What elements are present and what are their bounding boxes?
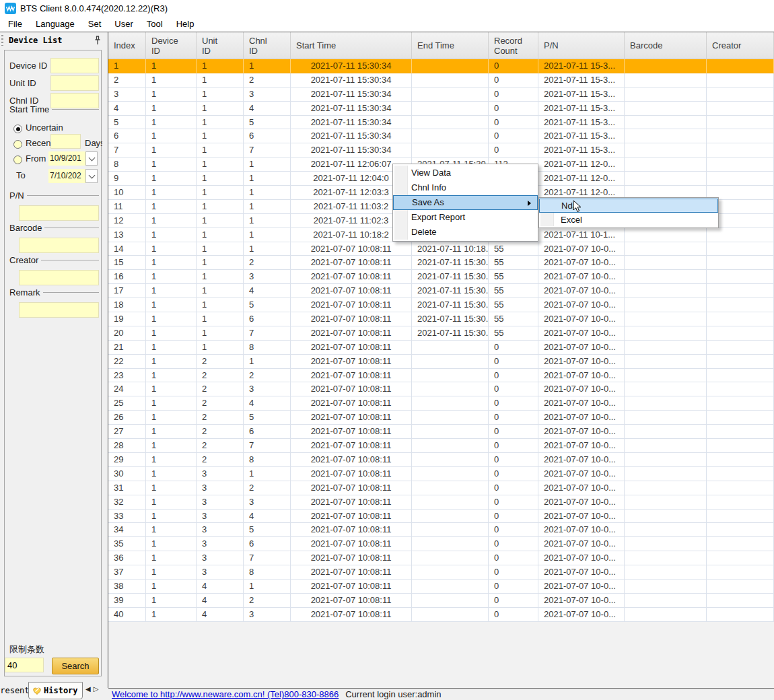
context-menu-item-chnl-info[interactable]: Chnl Info (393, 180, 538, 195)
cell-unit-id: 1 (197, 284, 244, 298)
menu-tool[interactable]: Tool (140, 17, 170, 32)
welcome-link[interactable]: Welcome to http://www.neware.com.cn! (Te… (112, 689, 339, 699)
tab-history[interactable]: History (28, 682, 83, 699)
panel-header: Device List (0, 32, 108, 48)
cell-creator (707, 298, 774, 312)
table-row[interactable]: 201172021-07-07 10:08:112021-07-11 15:30… (108, 326, 774, 341)
table-row[interactable]: 331342021-07-07 10:08:1102021-07-07 10-0… (108, 510, 774, 524)
table-row[interactable]: 21122021-07-11 15:30:3402021-07-11 15-3.… (108, 73, 774, 88)
table-row[interactable]: 361372021-07-07 10:08:1102021-07-07 10-0… (108, 551, 774, 565)
table-body: 11112021-07-11 15:30:3402021-07-11 15-3.… (108, 59, 774, 622)
column-header-p-n[interactable]: P/N (538, 32, 625, 59)
table-row[interactable]: 321332021-07-07 10:08:1102021-07-07 10-0… (108, 495, 774, 510)
limit-input[interactable] (5, 658, 44, 672)
table-row[interactable]: 61162021-07-11 15:30:3402021-07-11 15-3.… (108, 129, 774, 143)
pin-icon[interactable] (94, 36, 101, 45)
to-date-combo[interactable]: 7/10/202 (48, 169, 98, 183)
remark-input[interactable] (19, 302, 99, 318)
table-row[interactable]: 291282021-07-07 10:08:1102021-07-07 10-0… (108, 453, 774, 467)
table-row[interactable]: 51152021-07-11 15:30:3402021-07-11 15-3.… (108, 116, 774, 130)
table-row[interactable]: 31132021-07-11 15:30:3402021-07-11 15-3.… (108, 88, 774, 102)
tab-scroll-right-icon[interactable]: ▷ (94, 685, 102, 693)
table-row[interactable]: 191162021-07-07 10:08:112021-07-11 15:30… (108, 312, 774, 326)
column-header-device-id[interactable]: Device ID (146, 32, 197, 59)
column-header-record-count[interactable]: Record Count (489, 32, 538, 59)
column-header-chnl-id[interactable]: Chnl ID (244, 32, 291, 59)
recent-days-input[interactable] (50, 134, 81, 149)
grip-icon[interactable] (1, 35, 3, 46)
cell-barcode (625, 116, 707, 130)
cell-index: 34 (108, 523, 146, 537)
table-row[interactable]: 381412021-07-07 10:08:1102021-07-07 10-0… (108, 580, 774, 594)
cell-unit-id: 1 (197, 88, 244, 102)
submenu-item-excel[interactable]: Excel (539, 213, 718, 227)
column-header-unit-id[interactable]: Unit ID (197, 32, 244, 59)
chevron-down-icon[interactable] (85, 151, 98, 166)
start-time-label: Start Time (9, 104, 49, 114)
submenu-item-nda[interactable]: Nda (539, 199, 718, 213)
table-row[interactable]: 251242021-07-07 10:08:1102021-07-07 10-0… (108, 396, 774, 411)
column-header-start-time[interactable]: Start Time (291, 32, 412, 59)
table-row[interactable]: 141112021-07-07 10:08:112021-07-11 10:18… (108, 242, 774, 256)
column-header-creator[interactable]: Creator (707, 32, 774, 59)
uncertain-radio[interactable] (13, 125, 22, 133)
table-row[interactable]: 71172021-07-11 15:30:3402021-07-11 15-3.… (108, 143, 774, 158)
menu-file[interactable]: File (1, 17, 29, 32)
table-row[interactable]: 161132021-07-07 10:08:112021-07-11 15:30… (108, 270, 774, 284)
context-menu-item-save-as[interactable]: Save As (393, 195, 538, 210)
unit-id-input[interactable] (50, 75, 99, 91)
table-row[interactable]: 211182021-07-07 10:08:1102021-07-07 10-0… (108, 341, 774, 355)
recent-radio[interactable] (13, 140, 22, 149)
splitter[interactable] (108, 32, 108, 688)
menu-language[interactable]: Language (29, 17, 81, 32)
table-row[interactable]: 341352021-07-07 10:08:1102021-07-07 10-0… (108, 523, 774, 537)
table-row[interactable]: 281272021-07-07 10:08:1102021-07-07 10-0… (108, 439, 774, 453)
search-button[interactable]: Search (52, 658, 99, 674)
cell-creator (707, 172, 774, 186)
cell-device-id: 1 (146, 102, 197, 116)
from-radio[interactable] (13, 155, 22, 164)
table-row[interactable]: 301312021-07-07 10:08:1102021-07-07 10-0… (108, 467, 774, 481)
creator-input[interactable] (19, 270, 99, 285)
table-row[interactable]: 231222021-07-07 10:08:1102021-07-07 10-0… (108, 369, 774, 383)
table-row[interactable]: 371382021-07-07 10:08:1102021-07-07 10-0… (108, 565, 774, 580)
table-row[interactable]: 351362021-07-07 10:08:1102021-07-07 10-0… (108, 537, 774, 551)
cell-unit-id: 2 (197, 355, 244, 369)
pn-input[interactable] (19, 205, 99, 221)
table-row[interactable]: 271262021-07-07 10:08:1102021-07-07 10-0… (108, 425, 774, 439)
table-row[interactable]: 261252021-07-07 10:08:1102021-07-07 10-0… (108, 411, 774, 425)
table-row[interactable]: 221212021-07-07 10:08:1102021-07-07 10-0… (108, 355, 774, 369)
context-menu-item-delete[interactable]: Delete (393, 225, 538, 240)
cell-p-n: 2021-07-07 10-0... (538, 341, 625, 355)
tab-present[interactable]: Present (0, 686, 30, 695)
barcode-input[interactable] (19, 238, 99, 253)
table-row[interactable]: 241232021-07-07 10:08:1102021-07-07 10-0… (108, 382, 774, 396)
cell-p-n: 2021-07-11 10-1... (538, 228, 625, 242)
menu-help[interactable]: Help (170, 17, 201, 32)
cell-index: 31 (108, 481, 146, 495)
table-row[interactable]: 11112021-07-11 15:30:3402021-07-11 15-3.… (108, 59, 774, 73)
table-row[interactable]: 391422021-07-07 10:08:1102021-07-07 10-0… (108, 594, 774, 608)
table-row[interactable]: 41142021-07-11 15:30:3402021-07-11 15-3.… (108, 102, 774, 116)
table-row[interactable]: 171142021-07-07 10:08:112021-07-11 15:30… (108, 284, 774, 298)
table-row[interactable]: 311322021-07-07 10:08:1102021-07-07 10-0… (108, 481, 774, 495)
menu-user[interactable]: User (108, 17, 139, 32)
cell-start-time: 2021-07-07 10:08:11 (291, 242, 412, 256)
chevron-down-icon[interactable] (85, 169, 98, 183)
context-menu-item-export-report[interactable]: Export Report (393, 210, 538, 225)
from-date-combo[interactable]: 10/9/201 (48, 151, 98, 166)
column-header-index[interactable]: Index (108, 32, 146, 59)
column-header-barcode[interactable]: Barcode (625, 32, 707, 59)
table-row[interactable]: 401432021-07-07 10:08:1102021-07-07 10-0… (108, 608, 774, 622)
table-row[interactable]: 181152021-07-07 10:08:112021-07-11 15:30… (108, 298, 774, 312)
cell-index: 9 (108, 172, 146, 186)
device-id-input[interactable] (50, 58, 99, 73)
cell-device-id: 1 (146, 59, 197, 73)
menu-set[interactable]: Set (81, 17, 108, 32)
column-header-end-time[interactable]: End Time (412, 32, 489, 59)
context-menu-item-view-data[interactable]: View Data (393, 166, 538, 180)
table-row[interactable]: 151122021-07-07 10:08:112021-07-11 15:30… (108, 256, 774, 270)
tab-scroll-left-icon[interactable]: ◀ (85, 685, 94, 693)
cell-unit-id: 1 (197, 73, 244, 88)
start-time-group: Start Time (9, 104, 99, 114)
